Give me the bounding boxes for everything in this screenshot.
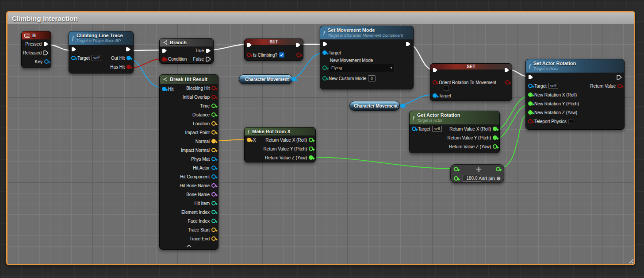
variable-character-movement-1[interactable]: Character Movement — [239, 74, 293, 84]
pin-label: New Custom Mode — [329, 76, 366, 81]
is-climbing-checkbox[interactable]: ✓ — [279, 52, 284, 58]
hit-pin[interactable] — [162, 87, 166, 91]
location-pin[interactable] — [211, 121, 216, 126]
element-index-pin[interactable] — [211, 210, 216, 214]
target-self-value[interactable]: self — [548, 83, 558, 89]
return-value-y-pin[interactable] — [309, 147, 313, 151]
condition-pin[interactable] — [162, 57, 166, 62]
return-value-x-pin[interactable] — [309, 138, 313, 142]
node-set-actor-rotation[interactable]: ƒ Set Actor Rotation Target is Actor Tar… — [525, 59, 625, 130]
add-output-pin[interactable] — [496, 167, 500, 171]
target-self-value[interactable]: self — [92, 55, 101, 61]
pin-row: Distance — [160, 110, 218, 119]
return-value-x-pin[interactable] — [493, 127, 497, 131]
pressed-exec-pin[interactable] — [43, 42, 49, 46]
exec-out-pin[interactable] — [617, 75, 622, 80]
teleport-physics-checkbox[interactable] — [568, 119, 573, 124]
return-value-pin[interactable] — [617, 84, 622, 88]
exec-out-pin[interactable] — [504, 68, 510, 73]
hit-bone-name-pin[interactable] — [211, 183, 216, 188]
node-get-actor-rotation[interactable]: ƒ Get Actor Rotation Target is Actor Tar… — [409, 111, 500, 153]
collapse-node-arrow[interactable] — [160, 243, 218, 249]
new-rotation-z-pin[interactable] — [528, 110, 533, 115]
return-value-z-pin[interactable] — [309, 155, 313, 160]
trace-end-pin[interactable] — [211, 236, 216, 241]
target-pin[interactable] — [322, 50, 327, 55]
pin-label: Return Value Y (Pitch) — [264, 147, 307, 151]
node-branch[interactable]: Branch True Condition False — [159, 38, 214, 64]
phys-mat-pin[interactable] — [211, 157, 216, 161]
out-hit-pin[interactable] — [126, 56, 131, 60]
target-pin[interactable] — [433, 93, 437, 98]
hit-actor-pin[interactable] — [211, 166, 216, 170]
hit-item-pin[interactable] — [211, 201, 216, 205]
blocking-hit-pin[interactable] — [211, 86, 216, 90]
blueprint-graph-canvas[interactable]: Climbing Interaction B Pressed Release — [0, 0, 644, 278]
comment-resize-handle[interactable] — [627, 257, 633, 263]
exec-in-pin[interactable] — [433, 68, 438, 73]
impact-point-pin[interactable] — [211, 130, 216, 135]
new-rotation-y-pin[interactable] — [528, 101, 533, 106]
true-exec-pin[interactable] — [206, 48, 211, 53]
node-title: B — [32, 33, 36, 38]
comment-header[interactable]: Climbing Interaction — [8, 12, 634, 24]
exec-out-pin[interactable] — [406, 42, 411, 46]
distance-pin[interactable] — [211, 112, 216, 117]
false-exec-pin[interactable] — [206, 57, 211, 62]
new-movement-mode-pin[interactable] — [322, 66, 327, 70]
x-input-pin[interactable] — [247, 138, 251, 142]
return-value-y-pin[interactable] — [493, 135, 497, 140]
orient-out-pin[interactable] — [505, 80, 510, 85]
target-self-value[interactable]: self — [432, 126, 442, 132]
pin-label: Target — [439, 93, 451, 98]
released-exec-pin[interactable] — [43, 50, 49, 55]
bone-name-pin[interactable] — [211, 192, 216, 197]
exec-out-pin[interactable] — [126, 47, 131, 52]
is-climbing-out-pin[interactable] — [296, 53, 301, 57]
orient-in-pin[interactable] — [433, 80, 437, 85]
pin-row: Time — [160, 101, 218, 110]
new-rotation-x-pin[interactable] — [528, 93, 533, 97]
is-climbing-in-pin[interactable] — [247, 53, 251, 57]
character-movement-out-pin[interactable] — [291, 77, 296, 81]
hit-component-pin[interactable] — [211, 174, 216, 179]
add-input-b-pin[interactable] — [454, 176, 458, 181]
exec-in-pin[interactable] — [162, 48, 167, 53]
target-pin[interactable] — [528, 84, 533, 88]
exec-in-pin[interactable] — [71, 47, 77, 52]
custom-mode-value[interactable]: 0 — [368, 75, 376, 81]
node-set-movement-mode[interactable]: ƒ Set Movement Mode Target is Character … — [320, 26, 414, 89]
teleport-physics-pin[interactable] — [528, 119, 533, 124]
key-pin[interactable] — [44, 59, 49, 64]
exec-in-pin[interactable] — [247, 42, 252, 47]
add-pin-button[interactable]: Add pin ⊕ — [479, 176, 501, 181]
movement-mode-dropdown[interactable]: Flying ▾ — [329, 64, 395, 72]
node-set-orient-rotation[interactable]: SET Orient Rotation To Movement Target — [430, 63, 512, 101]
target-pin[interactable] — [412, 127, 416, 131]
trace-start-pin[interactable] — [211, 228, 216, 232]
node-break-hit-result[interactable]: Break Hit Result Hit Blocking HitInitial… — [159, 74, 218, 250]
node-set-is-climbing[interactable]: SET Is Climbing? ✓ — [244, 39, 303, 61]
face-index-pin[interactable] — [211, 219, 216, 223]
impact-normal-pin[interactable] — [211, 148, 216, 152]
hit-input: Hit — [162, 85, 173, 93]
node-input-key-b[interactable]: B Pressed Released Key — [21, 31, 51, 68]
pin-row: Hit Component — [160, 172, 218, 181]
exec-in-pin[interactable] — [322, 42, 328, 46]
exec-out-pin[interactable] — [295, 42, 301, 47]
time-pin[interactable] — [211, 104, 216, 108]
return-value-z-pin[interactable] — [493, 144, 497, 149]
target-pin[interactable] — [71, 56, 76, 60]
initial-overlap-pin[interactable] — [211, 95, 216, 99]
node-climbing-line-trace[interactable]: ƒ Climbing Line Trace Target is Player B… — [69, 31, 134, 73]
exec-in-pin[interactable] — [528, 75, 533, 80]
has-hit-pin[interactable] — [126, 65, 131, 69]
variable-character-movement-2[interactable]: Character Movement — [349, 101, 400, 111]
node-add-float[interactable]: + 180.0 Add pin ⊕ — [450, 164, 504, 183]
node-make-rot-from-x[interactable]: ƒ Make Rot from X X Return Value X (Roll… — [244, 127, 316, 162]
character-movement-out-pin[interactable] — [400, 104, 405, 108]
normal-pin[interactable] — [211, 139, 216, 143]
new-custom-mode-pin[interactable] — [322, 76, 327, 81]
orient-checkbox[interactable] — [444, 85, 449, 91]
add-input-a-pin[interactable] — [454, 167, 458, 171]
